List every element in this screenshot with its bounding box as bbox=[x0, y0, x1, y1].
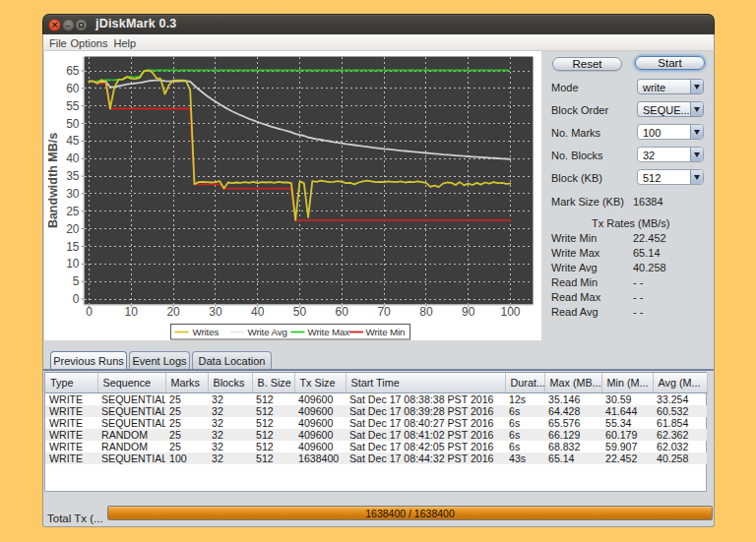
svg-text:60: 60 bbox=[66, 82, 80, 95]
svg-text:0: 0 bbox=[73, 292, 80, 306]
svg-text:30: 30 bbox=[209, 305, 222, 319]
svg-text:40: 40 bbox=[66, 151, 80, 165]
svg-text:45: 45 bbox=[66, 134, 80, 148]
svg-text:20: 20 bbox=[66, 222, 80, 236]
svg-text:Bandwidth MB/s: Bandwidth MB/s bbox=[46, 133, 60, 228]
svg-text:Writes: Writes bbox=[193, 327, 220, 337]
svg-text:20: 20 bbox=[166, 305, 180, 319]
svg-text:55: 55 bbox=[66, 99, 80, 113]
svg-text:15: 15 bbox=[66, 240, 80, 254]
svg-text:Write Max: Write Max bbox=[308, 327, 350, 337]
svg-text:5: 5 bbox=[73, 274, 80, 288]
svg-text:60: 60 bbox=[336, 305, 349, 319]
svg-text:Write Min: Write Min bbox=[366, 327, 406, 337]
svg-text:80: 80 bbox=[419, 305, 433, 319]
svg-text:40: 40 bbox=[251, 305, 265, 319]
svg-text:35: 35 bbox=[66, 169, 80, 183]
svg-text:50: 50 bbox=[66, 117, 80, 131]
svg-text:90: 90 bbox=[462, 305, 475, 319]
svg-text:10: 10 bbox=[125, 305, 139, 319]
svg-text:Write Avg: Write Avg bbox=[248, 327, 287, 337]
svg-text:0: 0 bbox=[86, 305, 93, 319]
svg-text:70: 70 bbox=[377, 305, 391, 319]
svg-text:50: 50 bbox=[293, 305, 307, 319]
svg-text:65: 65 bbox=[66, 64, 80, 78]
svg-text:25: 25 bbox=[66, 205, 80, 218]
svg-text:100: 100 bbox=[500, 305, 520, 319]
svg-text:30: 30 bbox=[66, 187, 80, 201]
svg-text:10: 10 bbox=[66, 257, 80, 271]
